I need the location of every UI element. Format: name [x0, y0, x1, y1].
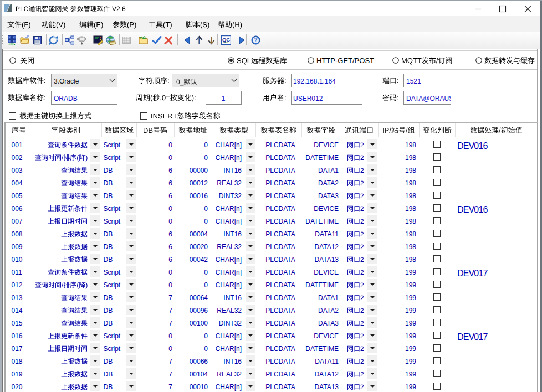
- svg-text:?: ?: [254, 37, 257, 43]
- svg-text:QC: QC: [222, 37, 230, 43]
